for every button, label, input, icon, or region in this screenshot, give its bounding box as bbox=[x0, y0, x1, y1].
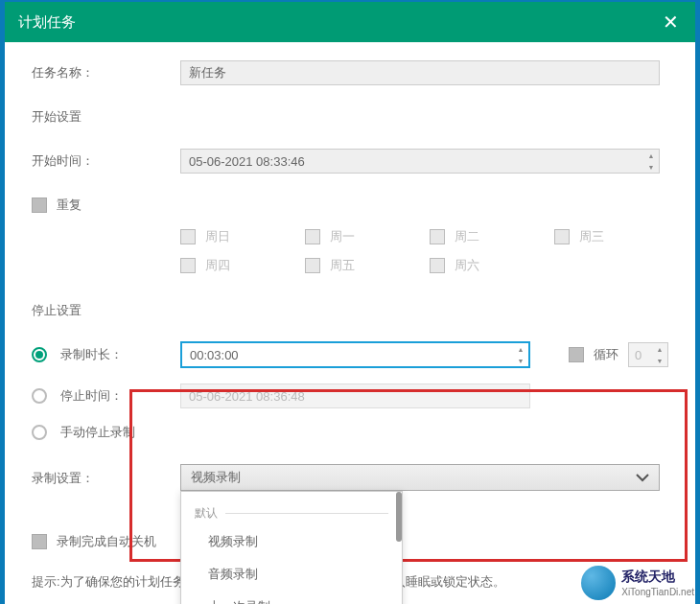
titlebar: 计划任务 ✕ bbox=[5, 2, 695, 42]
start-time-input[interactable]: 05-06-2021 08:33:46 ▲ ▼ bbox=[180, 149, 660, 174]
record-settings-label: 录制设置： bbox=[32, 464, 180, 487]
start-time-row: 开始时间： 05-06-2021 08:33:46 ▲ ▼ bbox=[32, 148, 668, 174]
spinner-down-icon[interactable]: ▼ bbox=[652, 355, 667, 366]
manual-option: 手动停止录制 bbox=[32, 424, 180, 441]
tip-prefix: 提示:为了确保您的计划任务 bbox=[32, 574, 185, 589]
repeat-label: 重复 bbox=[57, 197, 82, 214]
repeat-row: 重复 bbox=[32, 192, 668, 219]
stop-header-label: 停止设置 bbox=[32, 302, 82, 319]
spinner-down-icon[interactable]: ▼ bbox=[513, 355, 528, 366]
day-sat-checkbox[interactable] bbox=[430, 258, 445, 273]
record-mode-panel: 默认 视频录制 音频录制 上一次录制 自定义 点击"管理"按钮添加自定义 录制设… bbox=[180, 491, 403, 604]
repeat-checkbox[interactable] bbox=[32, 197, 47, 213]
loop-label: 循环 bbox=[594, 346, 618, 363]
day-wed: 周三 bbox=[554, 228, 604, 245]
loop-area: 循环 0 ▲ ▼ bbox=[569, 342, 668, 367]
group-default-label: 默认 bbox=[181, 501, 402, 525]
days-row-1: 周日 周一 周二 周三 bbox=[32, 228, 668, 245]
stoptime-radio[interactable] bbox=[32, 388, 47, 404]
start-section-header: 开始设置 bbox=[32, 104, 668, 130]
start-time-label: 开始时间： bbox=[32, 152, 180, 170]
watermark-url: XiTongTianDi.net bbox=[621, 586, 694, 598]
duration-label: 录制时长： bbox=[60, 346, 123, 363]
task-name-label: 任务名称： bbox=[32, 64, 180, 81]
record-mode-selected: 视频录制 bbox=[191, 469, 241, 486]
globe-icon bbox=[581, 566, 616, 600]
manual-radio[interactable] bbox=[32, 425, 47, 440]
manual-label: 手动停止录制 bbox=[60, 424, 135, 441]
day-tue-checkbox[interactable] bbox=[430, 229, 445, 244]
auto-shutdown-checkbox[interactable] bbox=[32, 534, 47, 549]
record-settings-row: 录制设置： 视频录制 默认 视频录制 音频录制 上一次录制 自定义 点击"管理"… bbox=[32, 464, 668, 491]
day-mon: 周一 bbox=[305, 228, 355, 245]
option-audio[interactable]: 音频录制 bbox=[181, 558, 402, 591]
loop-count-input[interactable]: 0 ▲ ▼ bbox=[628, 342, 668, 367]
day-wed-checkbox[interactable] bbox=[554, 229, 570, 244]
loop-value: 0 bbox=[629, 348, 652, 362]
start-header-label: 开始设置 bbox=[32, 108, 82, 126]
duration-radio[interactable] bbox=[32, 347, 47, 362]
stoptime-row: 停止时间： 05-06-2021 08:36:48 bbox=[32, 383, 668, 408]
stoptime-value: 05-06-2021 08:36:48 bbox=[181, 389, 313, 404]
duration-value: 00:03:00 bbox=[182, 348, 513, 362]
scrollbar-thumb[interactable] bbox=[396, 492, 402, 542]
auto-shutdown-label: 录制完成自动关机 bbox=[57, 533, 156, 550]
spinner-up-icon[interactable]: ▲ bbox=[652, 343, 667, 355]
stoptime-input: 05-06-2021 08:36:48 bbox=[180, 383, 530, 408]
watermark-title: 系统天地 bbox=[621, 568, 694, 585]
close-icon[interactable]: ✕ bbox=[659, 11, 682, 34]
chevron-down-icon bbox=[636, 471, 649, 485]
duration-option: 录制时长： bbox=[32, 346, 180, 363]
start-time-value: 05-06-2021 08:33:46 bbox=[181, 154, 643, 169]
day-mon-checkbox[interactable] bbox=[305, 229, 320, 244]
loop-checkbox[interactable] bbox=[569, 347, 584, 362]
dialog-content: 任务名称： 开始设置 开始时间： 05-06-2021 08:33:46 ▲ ▼… bbox=[5, 42, 695, 600]
spinner-down-icon[interactable]: ▼ bbox=[643, 161, 659, 173]
record-mode-select[interactable]: 视频录制 bbox=[180, 464, 660, 491]
watermark: 系统天地 XiTongTianDi.net bbox=[581, 566, 694, 600]
spinner-up-icon[interactable]: ▲ bbox=[643, 150, 659, 161]
days-row-2: 周四 周五 周六 bbox=[32, 257, 668, 274]
day-sun: 周日 bbox=[180, 228, 230, 245]
stoptime-option: 停止时间： bbox=[32, 387, 180, 405]
stop-section-header: 停止设置 bbox=[32, 297, 668, 324]
record-mode-dropdown: 视频录制 默认 视频录制 音频录制 上一次录制 自定义 点击"管理"按钮添加自定… bbox=[180, 464, 660, 491]
day-thu: 周四 bbox=[180, 257, 230, 274]
day-sat: 周六 bbox=[430, 257, 479, 274]
day-fri: 周五 bbox=[305, 257, 355, 274]
tip-suffix: 入睡眠或锁定状态。 bbox=[393, 574, 505, 589]
task-name-input[interactable] bbox=[180, 60, 660, 85]
option-last[interactable]: 上一次录制 bbox=[181, 591, 402, 604]
spinner-up-icon[interactable]: ▲ bbox=[513, 343, 528, 355]
day-sun-checkbox[interactable] bbox=[180, 229, 196, 244]
dialog-window: 计划任务 ✕ 任务名称： 开始设置 开始时间： 05-06-2021 08:33… bbox=[5, 2, 695, 604]
option-video[interactable]: 视频录制 bbox=[181, 525, 402, 558]
task-name-row: 任务名称： bbox=[32, 59, 668, 86]
dialog-title: 计划任务 bbox=[18, 13, 76, 32]
stoptime-label: 停止时间： bbox=[60, 387, 123, 405]
manual-row: 手动停止录制 bbox=[32, 424, 668, 441]
day-fri-checkbox[interactable] bbox=[305, 258, 320, 273]
duration-row: 录制时长： 00:03:00 ▲ ▼ 循环 0 ▲ ▼ bbox=[32, 341, 668, 368]
day-thu-checkbox[interactable] bbox=[180, 258, 196, 273]
duration-input[interactable]: 00:03:00 ▲ ▼ bbox=[180, 341, 530, 368]
day-tue: 周二 bbox=[430, 228, 479, 245]
